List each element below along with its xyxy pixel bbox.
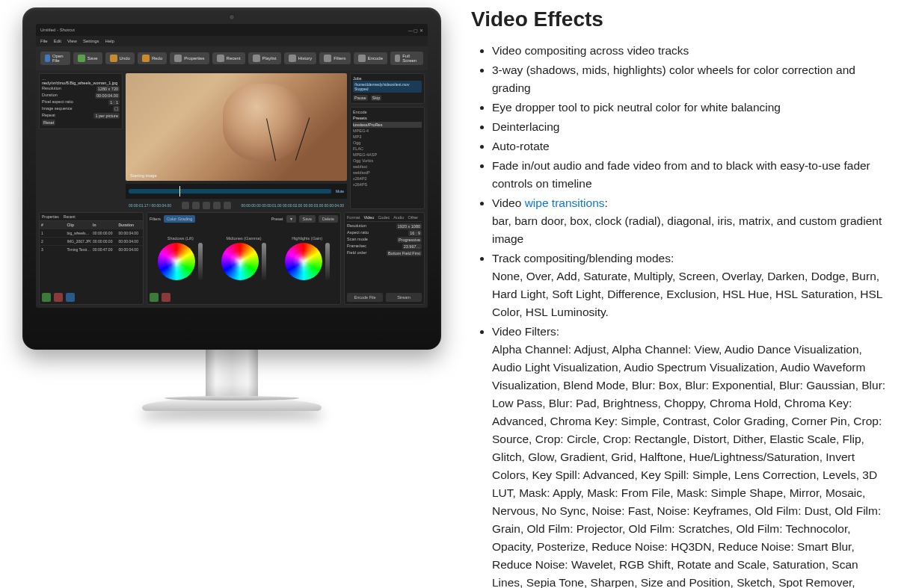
menu-edit[interactable]: Edit — [54, 39, 61, 43]
value-duration[interactable]: 00:00:04.00 — [95, 93, 120, 99]
pause-button[interactable]: Pause — [353, 95, 368, 101]
table-row[interactable]: 2IMG_2067.JPG00:00:00.0000:00:04.00 — [40, 237, 143, 245]
filter-chip[interactable]: Color Grading — [164, 215, 195, 223]
undo-icon — [110, 55, 117, 62]
preset-item[interactable]: MP3 — [353, 134, 422, 140]
wipe-transitions-link[interactable]: wipe transitions — [525, 196, 605, 209]
window-controls-icon[interactable]: — ▢ ✕ — [408, 28, 423, 33]
toolbar-history[interactable]: History — [284, 52, 317, 64]
cell: 00:00:04.00 — [117, 246, 144, 253]
format-value[interactable]: 16 : 9 — [408, 230, 422, 236]
preset-item[interactable]: Ogg Vorbis — [353, 158, 422, 164]
preset-list[interactable]: lossless/ProResMPEG-4MP3OggFLACMPEG-4ASP… — [353, 122, 422, 188]
toolbar-save[interactable]: Save — [73, 52, 102, 64]
save-preset-button[interactable]: Save — [299, 215, 316, 223]
preset-item[interactable]: x264PS — [353, 182, 422, 188]
preset-dropdown[interactable]: ▾ — [286, 215, 296, 223]
toolbar-encode[interactable]: Encode — [354, 52, 387, 64]
format-tab[interactable]: Video — [363, 215, 374, 220]
format-value[interactable]: Bottom Field First — [387, 250, 422, 256]
format-tab[interactable]: Audio — [393, 215, 404, 220]
mute-button[interactable]: Mute — [336, 189, 344, 194]
toolbar-properties[interactable]: Properties — [170, 52, 209, 64]
color-wheel[interactable] — [158, 243, 195, 280]
toolbar-filters[interactable]: Filters — [319, 52, 350, 64]
preset-item[interactable]: webfast — [353, 164, 422, 170]
tab-recent[interactable]: Recent — [64, 214, 76, 219]
play-icon[interactable] — [203, 202, 210, 209]
monitor-stand-neck — [206, 347, 258, 399]
format-row: Frame/sec23.967… — [347, 244, 422, 250]
lift-slider[interactable] — [325, 243, 330, 280]
tab-properties[interactable]: Properties — [42, 214, 59, 219]
preset-item[interactable]: MPEG-4 — [353, 128, 422, 134]
skip-start-icon[interactable] — [182, 202, 189, 209]
stream-button[interactable]: Stream — [386, 293, 422, 302]
reset-button[interactable]: Reset — [42, 120, 55, 126]
add-button[interactable] — [42, 293, 51, 302]
label-resolution: Resolution — [42, 86, 61, 92]
update-button[interactable] — [66, 293, 75, 302]
value-repeat[interactable]: 1 per picture — [93, 113, 120, 119]
value-par[interactable]: 1 : 1 — [108, 99, 120, 105]
preset-item[interactable]: lossless/ProRes — [353, 122, 422, 128]
format-key: Resolution — [347, 223, 366, 229]
table-row[interactable]: 3Timing Testt…00:00:47.0000:00:04.00 — [40, 245, 143, 253]
toolbar-recent[interactable]: Recent — [212, 52, 245, 64]
remove-filter-button[interactable] — [162, 293, 170, 302]
preset-item[interactable]: MPEG-4ASP — [353, 152, 422, 158]
format-tab[interactable]: Codec — [378, 215, 390, 220]
skip-button[interactable]: Skip — [371, 95, 382, 101]
format-key: Field order — [347, 250, 366, 256]
lift-slider[interactable] — [262, 243, 266, 280]
preset-item[interactable]: FLAC — [353, 146, 422, 152]
delete-preset-button[interactable]: Delete — [319, 215, 338, 223]
encode-file-button[interactable]: Encode File — [347, 293, 383, 302]
preview-viewer[interactable]: Starting image — [126, 73, 347, 181]
cell: Timing Testt… — [66, 246, 92, 253]
color-wheel[interactable] — [285, 243, 322, 280]
format-tab[interactable]: Other — [408, 215, 418, 220]
menu-file[interactable]: File — [40, 39, 48, 43]
toolbar-redo[interactable]: Redo — [138, 52, 167, 64]
checkbox-imgseq[interactable]: ☐ — [113, 106, 120, 112]
add-filter-button[interactable] — [150, 293, 159, 302]
format-value[interactable]: 1920 x 1080 — [396, 223, 422, 229]
skip-end-icon[interactable] — [224, 202, 231, 209]
forward-icon[interactable] — [213, 202, 221, 209]
menu-help[interactable]: Help — [105, 39, 114, 43]
job-row[interactable]: /home/ddennedy/videos/test.mov Stopped — [353, 81, 422, 93]
preset-item[interactable]: x264P2 — [353, 176, 422, 182]
toolbar-open-file[interactable]: Open File — [40, 52, 70, 65]
format-value[interactable]: Progressive — [397, 237, 422, 243]
scrub-bar[interactable]: Mute — [126, 184, 347, 199]
lift-slider[interactable] — [198, 243, 203, 280]
save-icon — [78, 55, 85, 62]
menu-settings[interactable]: Settings — [83, 39, 99, 43]
toolbar-playlist[interactable]: Playlist — [248, 52, 281, 64]
remove-button[interactable] — [54, 293, 63, 302]
preset-item[interactable]: webfastP — [353, 170, 422, 176]
transport-controls[interactable] — [182, 202, 231, 209]
table-row[interactable]: 1big_wheels…00:00:00.0000:00:04.00 — [40, 229, 143, 237]
rewind-icon[interactable] — [192, 202, 200, 209]
color-wheel[interactable] — [221, 243, 259, 280]
list-item: Video Filters:Alpha Channel: Adjust, Alp… — [492, 323, 891, 588]
preset-item[interactable]: Ogg — [353, 140, 422, 146]
history-icon — [289, 55, 296, 62]
timecode-display: 00:00:01.17 / 00:00:04.00 — [129, 203, 171, 208]
cell: 2 — [40, 238, 66, 245]
menu-view[interactable]: View — [67, 39, 77, 43]
format-panel: FormatVideoCodecAudioOther Resolution192… — [344, 212, 425, 305]
toolbar-undo[interactable]: Undo — [105, 52, 135, 64]
value-resolution[interactable]: 1280 x 720 — [96, 86, 120, 92]
feature-document: Video Effects Video compositing across v… — [471, 7, 891, 588]
list-item: Eye dropper tool to pick neutral color f… — [492, 99, 891, 117]
monitor-mockup: Untitled - Shotcut — ▢ ✕ FileEditViewSet… — [22, 7, 441, 411]
properties-icon — [174, 55, 182, 62]
recent-icon — [217, 55, 224, 62]
toolbar-full-screen[interactable]: Full Screen — [390, 52, 423, 65]
menu-bar[interactable]: FileEditViewSettingsHelp — [36, 36, 428, 46]
format-value[interactable]: 23.967… — [402, 244, 422, 250]
format-tab[interactable]: Format — [347, 215, 360, 220]
